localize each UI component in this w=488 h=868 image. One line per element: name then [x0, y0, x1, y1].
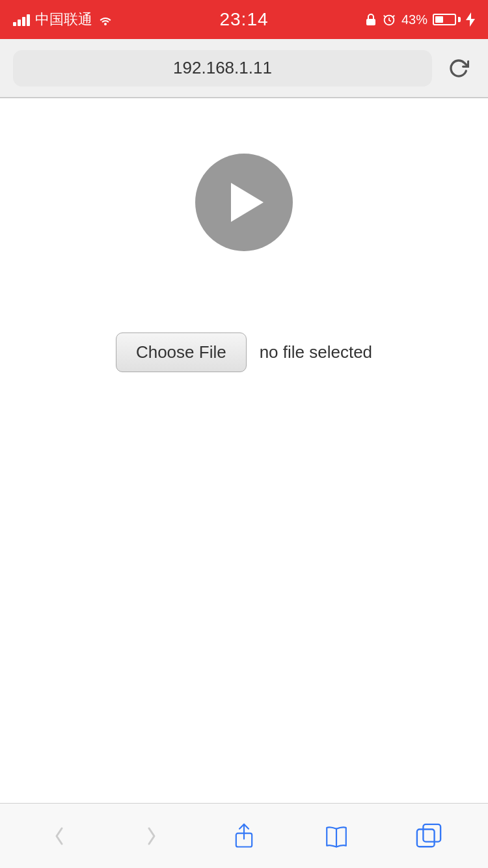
- share-icon: [231, 823, 257, 849]
- play-icon: [231, 183, 264, 222]
- browser-bar: 192.168.1.11: [0, 39, 488, 98]
- reload-button[interactable]: [442, 52, 475, 85]
- lock-icon: [365, 12, 377, 27]
- forward-button[interactable]: [126, 813, 178, 859]
- status-bar: 中国联通 23:14 43%: [0, 0, 488, 39]
- svg-rect-0: [366, 19, 375, 25]
- page-content: Choose File no file selected: [0, 98, 488, 803]
- battery-icon: [433, 14, 461, 25]
- forward-icon: [139, 823, 165, 849]
- back-icon: [46, 823, 72, 849]
- svg-rect-6: [423, 824, 441, 841]
- svg-rect-5: [417, 829, 435, 847]
- status-left: 中国联通: [13, 10, 113, 29]
- bookmarks-button[interactable]: [310, 813, 362, 859]
- tabs-icon: [416, 823, 442, 849]
- choose-file-button[interactable]: Choose File: [116, 332, 247, 372]
- share-button[interactable]: [218, 813, 270, 859]
- bookmarks-icon: [323, 823, 349, 849]
- no-file-label: no file selected: [260, 342, 372, 362]
- alarm-icon: [382, 12, 396, 27]
- file-input-area: Choose File no file selected: [116, 332, 372, 372]
- url-bar[interactable]: 192.168.1.11: [13, 50, 432, 87]
- wifi-icon: [98, 14, 113, 25]
- time-display: 23:14: [219, 9, 268, 30]
- carrier-label: 中国联通: [35, 10, 92, 29]
- charging-icon: [466, 12, 475, 27]
- video-container: [192, 150, 296, 254]
- bottom-toolbar: [0, 803, 488, 868]
- play-button[interactable]: [195, 154, 293, 251]
- signal-icon: [13, 13, 30, 26]
- battery-percent: 43%: [401, 12, 427, 27]
- back-button[interactable]: [33, 813, 85, 859]
- svg-marker-2: [466, 12, 475, 27]
- reload-icon: [448, 58, 469, 79]
- status-right: 43%: [365, 12, 475, 27]
- tabs-button[interactable]: [403, 813, 455, 859]
